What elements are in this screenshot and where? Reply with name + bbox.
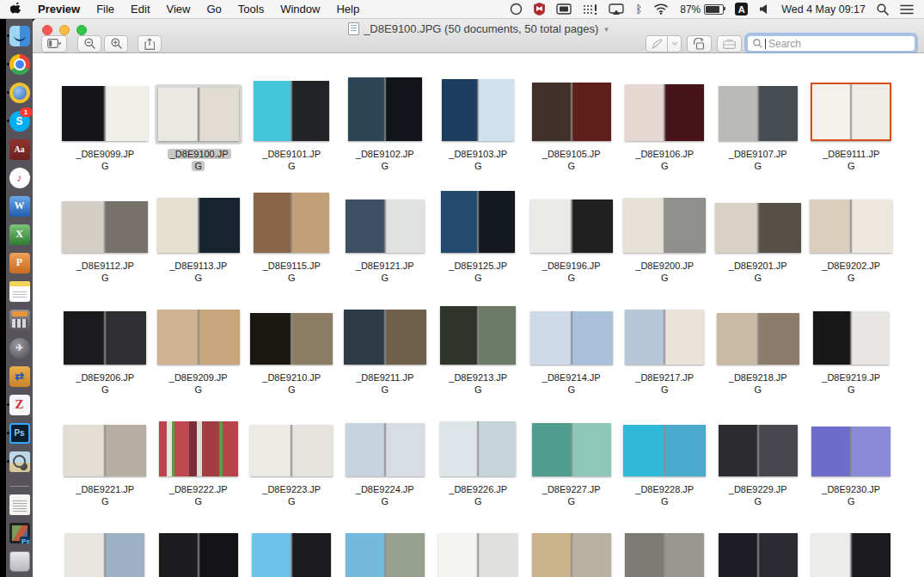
menu-file[interactable]: File — [96, 3, 114, 15]
thumbnail-filename[interactable]: _D8E9101.JPG — [260, 148, 322, 172]
thumbnail-filename[interactable]: _D8E9229.JPG — [727, 483, 789, 507]
menu-edit[interactable]: Edit — [131, 3, 150, 15]
contact-sheet[interactable]: _D8E9099.JPG_D8E9100.JPG_D8E9101.JPG_D8E… — [33, 53, 924, 577]
dock-launcher-icon[interactable]: ✈ — [6, 337, 33, 359]
thumbnail-image[interactable] — [813, 311, 889, 365]
menu-tools[interactable]: Tools — [238, 3, 264, 15]
notification-center-icon[interactable] — [900, 2, 914, 17]
thumbnail-image[interactable] — [346, 533, 425, 577]
display-icon[interactable] — [556, 2, 572, 17]
thumbnail-filename[interactable]: _D8E9105.JPG — [541, 148, 603, 172]
thumbnail-filename[interactable]: _D8E9213.JPG — [447, 371, 509, 396]
thumbnail-image[interactable] — [532, 533, 611, 577]
dock-trash-icon[interactable] — [6, 550, 33, 572]
thumbnail-filename[interactable]: _D8E9210.JPG — [260, 371, 322, 396]
thumbnail-filename[interactable]: _D8E9206.JPG — [74, 371, 136, 396]
dock-preview-icon[interactable] — [6, 451, 33, 472]
thumbnail-image[interactable] — [252, 533, 331, 577]
keyboard-grid-alert-icon[interactable] — [583, 2, 597, 17]
thumbnail-filename[interactable]: _D8E9228.JPG — [633, 483, 695, 507]
dock-photoshop-icon[interactable]: Ps — [6, 422, 33, 444]
apple-menu-icon[interactable] — [10, 2, 21, 17]
thumbnail-image[interactable] — [810, 199, 892, 253]
thumbnail-image[interactable] — [532, 83, 611, 141]
dock-textedit-icon[interactable] — [6, 280, 33, 302]
dock-powerpoint-icon[interactable]: P — [6, 252, 33, 273]
thumbnail-image[interactable] — [719, 425, 798, 476]
thumbnail-filename[interactable]: _D8E9099.JPG — [74, 148, 136, 172]
thumbnail-image[interactable] — [344, 310, 426, 365]
thumbnail-filename[interactable]: _D8E9227.JPG — [541, 483, 603, 507]
dock-itunes-icon[interactable]: ♪ — [6, 167, 33, 188]
thumbnail-filename[interactable]: _D8E9224.JPG — [354, 483, 416, 507]
thumbnail-image[interactable] — [158, 88, 239, 141]
thumbnail-filename[interactable]: _D8E9201.JPG — [727, 260, 789, 284]
dock-file-sync-icon[interactable]: ⇄ — [6, 365, 33, 387]
zoom-out-button[interactable] — [77, 35, 101, 52]
window-titlebar[interactable]: _D8E9100.JPG (50 documents, 50 total pag… — [33, 19, 924, 53]
thumbnail-image[interactable] — [346, 199, 425, 253]
thumbnail-image[interactable] — [440, 421, 516, 476]
markup-pen-button[interactable] — [646, 35, 668, 52]
thumbnail-image[interactable] — [159, 421, 238, 476]
thumbnail-filename[interactable]: _D8E9219.JPG — [820, 371, 882, 396]
thumbnail-filename[interactable]: _D8E9209.JPG — [168, 371, 229, 396]
input-source-icon[interactable]: A — [735, 3, 748, 15]
title-chevron-icon[interactable]: ▾ — [604, 25, 609, 34]
thumbnail-filename[interactable]: _D8E9125.JPG — [447, 260, 509, 284]
menu-go[interactable]: Go — [206, 3, 221, 15]
share-button[interactable] — [138, 35, 162, 52]
airplay-icon[interactable] — [609, 2, 624, 17]
thumbnail-filename[interactable]: _D8E9202.JPG — [820, 260, 882, 284]
thumbnail-filename[interactable]: _D8E9103.JPG — [447, 148, 509, 172]
wifi-icon[interactable] — [653, 2, 669, 17]
dock-word-icon[interactable]: W — [6, 195, 33, 217]
thumbnail-image[interactable] — [159, 533, 238, 577]
dock-calculator-icon[interactable] — [6, 309, 33, 330]
shazam-circle-icon[interactable] — [510, 2, 523, 17]
thumbnail-image[interactable] — [811, 533, 890, 577]
rotate-left-button[interactable] — [687, 35, 712, 52]
thumbnail-filename[interactable]: _D8E9226.JPG — [447, 483, 509, 507]
thumbnail-image[interactable] — [625, 310, 704, 365]
view-menu-button[interactable] — [41, 35, 67, 52]
thumbnail-filename[interactable]: _D8E9106.JPG — [633, 148, 695, 172]
thumbnail-filename[interactable]: _D8E9218.JPG — [727, 371, 789, 396]
thumbnail-filename[interactable]: _D8E9230.JPG — [820, 483, 882, 507]
thumbnail-image[interactable] — [623, 198, 706, 253]
thumbnail-image[interactable] — [250, 313, 333, 365]
thumbnail-image[interactable] — [157, 198, 240, 253]
dock-chrome-icon[interactable] — [6, 53, 33, 75]
dock-skype-icon[interactable]: S1 — [6, 110, 33, 132]
menu-window[interactable]: Window — [280, 3, 320, 15]
bluetooth-icon[interactable]: ᛒ — [635, 2, 642, 17]
thumbnail-filename[interactable]: _D8E9107.JPG — [727, 148, 789, 172]
thumbnail-image[interactable] — [625, 84, 704, 141]
thumbnail-image[interactable] — [532, 423, 611, 476]
thumbnail-filename[interactable]: _D8E9217.JPG — [633, 371, 695, 396]
thumbnail-image[interactable] — [62, 201, 148, 253]
menu-help[interactable]: Help — [336, 3, 359, 15]
thumbnail-image[interactable] — [719, 86, 798, 141]
thumbnail-filename[interactable]: _D8E9115.JPG — [260, 260, 322, 284]
thumbnail-image[interactable] — [64, 425, 146, 476]
thumbnail-image[interactable] — [250, 425, 333, 476]
mcafee-shield-icon[interactable] — [534, 2, 545, 17]
zoom-in-button[interactable] — [104, 35, 128, 52]
menu-preview[interactable]: Preview — [38, 3, 80, 15]
thumbnail-filename[interactable]: _D8E9221.JPG — [74, 483, 136, 507]
thumbnail-filename[interactable]: _D8E9111.JPG — [820, 148, 882, 172]
thumbnail-filename[interactable]: _D8E9102.JPG — [354, 148, 416, 172]
menu-clock[interactable]: Wed 4 May 09:17 — [781, 3, 866, 15]
thumbnail-image[interactable] — [346, 423, 425, 476]
thumbnail-image[interactable] — [441, 191, 515, 253]
thumbnail-filename[interactable]: _D8E9214.JPG — [541, 371, 603, 396]
thumbnail-image[interactable] — [438, 533, 517, 577]
dock-finder-icon[interactable] — [6, 25, 33, 46]
dock-zotero-icon[interactable]: Z — [6, 394, 33, 415]
thumbnail-image[interactable] — [254, 193, 329, 253]
thumbnail-image[interactable] — [65, 533, 144, 577]
thumbnail-image[interactable] — [440, 306, 516, 365]
thumbnail-image[interactable] — [715, 203, 801, 253]
dock-recent-files-stack-icon[interactable]: Ps — [6, 522, 33, 543]
